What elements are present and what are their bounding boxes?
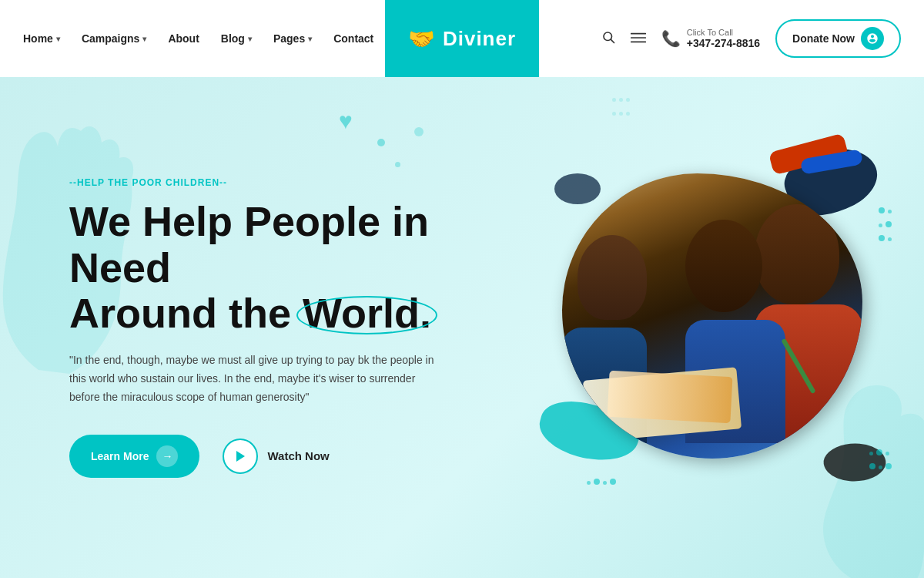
handshake-icon: 🤝: [408, 26, 435, 52]
nav-campaigns-label: Campaigns: [82, 32, 139, 45]
hero-section: ♥ --HELP THE POOR CHILDREN-- We Help Peo…: [0, 77, 924, 578]
heart-decoration: ♥: [339, 108, 353, 134]
hero-title: We Help People in Need Around the World.: [69, 199, 447, 336]
children-image-area: [562, 173, 862, 459]
phone-number[interactable]: +347-274-8816: [687, 37, 760, 49]
brush-stroke-dark3: [554, 173, 601, 204]
nav-contact[interactable]: Contact: [333, 32, 373, 45]
search-button[interactable]: [601, 30, 615, 48]
donate-now-button[interactable]: Donate Now: [775, 19, 901, 58]
hero-title-prefix: Around the: [69, 290, 303, 336]
click-to-call-label: Click To Call: [687, 28, 760, 37]
hero-tagline: --HELP THE POOR CHILDREN--: [69, 177, 447, 188]
nav-pages-label: Pages: [273, 32, 305, 45]
circle-decoration-3: [414, 127, 424, 136]
learn-more-button[interactable]: Learn More →: [69, 435, 199, 478]
svg-line-1: [611, 39, 614, 42]
dots-cluster-right: [877, 204, 893, 246]
nav-blog-label: Blog: [221, 32, 245, 45]
chevron-down-icon: ▾: [308, 35, 312, 43]
dots-decoration-top: [611, 92, 631, 120]
logo-text: Diviner: [443, 27, 516, 51]
phone-text: Click To Call +347-274-8816: [687, 28, 760, 49]
nav-about-label: About: [168, 32, 199, 45]
nav-home-label: Home: [23, 32, 53, 45]
learn-more-label: Learn More: [91, 450, 149, 462]
logo[interactable]: 🤝 Diviner: [385, 0, 539, 77]
hero-quote: "In the end, though, maybe we must all g…: [69, 351, 447, 406]
arrow-right-icon: →: [156, 445, 178, 467]
circle-decoration-2: [395, 162, 400, 167]
hero-buttons: Learn More → Watch Now: [69, 435, 447, 478]
nav-pages[interactable]: Pages ▾: [273, 32, 312, 45]
dots-cluster-bottom-right: [868, 446, 893, 474]
nav-right: 📞 Click To Call +347-274-8816 Donate Now: [601, 19, 901, 58]
chevron-down-icon: ▾: [248, 35, 252, 43]
chevron-down-icon: ▾: [56, 35, 60, 43]
nav-home[interactable]: Home ▾: [23, 32, 60, 45]
dots-cluster-bottom: [585, 476, 618, 489]
menu-button[interactable]: [631, 31, 646, 47]
circle-decoration-1: [377, 139, 385, 146]
hero-content-left: --HELP THE POOR CHILDREN-- We Help Peopl…: [0, 177, 447, 478]
image-container: [539, 143, 893, 497]
hero-title-highlight: World.: [303, 291, 431, 336]
nav-campaigns[interactable]: Campaigns ▾: [82, 32, 146, 45]
hero-title-line2: Around the World.: [69, 291, 447, 336]
nav-blog[interactable]: Blog ▾: [221, 32, 252, 45]
nav-about[interactable]: About: [168, 32, 199, 45]
hero-image-right: [493, 127, 893, 528]
nav-contact-label: Contact: [333, 32, 373, 45]
nav-left: Home ▾ Campaigns ▾ About Blog ▾ Pages ▾ …: [23, 32, 373, 45]
navbar: Home ▾ Campaigns ▾ About Blog ▾ Pages ▾ …: [0, 0, 924, 77]
watch-now-button[interactable]: Watch Now: [223, 439, 329, 474]
chevron-down-icon: ▾: [142, 35, 146, 43]
donate-avatar-icon: [861, 27, 884, 50]
phone-block: 📞 Click To Call +347-274-8816: [661, 28, 760, 49]
phone-icon: 📞: [661, 29, 681, 48]
play-icon: [223, 439, 258, 474]
donate-button-label: Donate Now: [792, 32, 855, 45]
watch-now-label: Watch Now: [267, 449, 329, 462]
hero-title-line1: We Help People in Need: [69, 199, 447, 291]
